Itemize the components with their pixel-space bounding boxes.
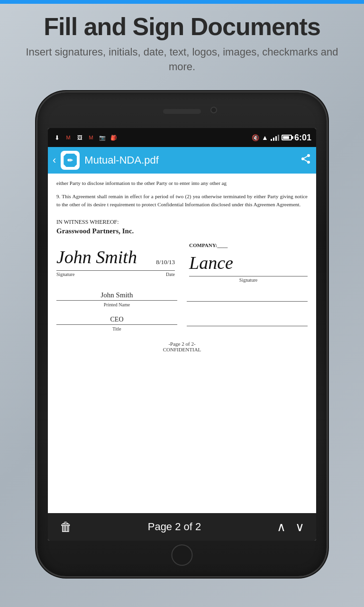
signal-bars xyxy=(271,134,279,141)
battery-icon xyxy=(282,135,292,140)
status-icons-right: 🔇 ▲ 6:01 xyxy=(252,133,311,143)
signature-left: John Smith 8/10/13 Signature Date xyxy=(56,242,175,283)
company-label: COMPANY:____ xyxy=(189,242,308,248)
signature2-image: Lance xyxy=(189,248,308,274)
signature1-date: 8/10/13 xyxy=(156,258,175,268)
phone-camera xyxy=(210,107,217,113)
title-line xyxy=(56,324,177,325)
footer-line2: CONFIDENTIAL xyxy=(56,347,308,352)
top-accent-bar xyxy=(0,0,364,4)
printed-name: John Smith xyxy=(56,291,177,299)
gmail2-icon: M xyxy=(87,133,95,142)
phone-device: ⬇ M 🖼 M 📷 🎒 🔇 ▲ 6:01 xyxy=(37,92,327,576)
toolbar-filename: Mutual-NDA.pdf xyxy=(84,154,295,166)
svg-line-4 xyxy=(304,156,308,158)
mute-icon: 🔇 xyxy=(252,134,259,141)
signature2-label: Signature xyxy=(189,277,308,283)
gmail-icon: M xyxy=(64,133,73,142)
date-label: Date xyxy=(166,272,175,277)
back-button[interactable]: ‹ xyxy=(53,154,56,166)
svg-line-3 xyxy=(304,160,308,162)
phone-screen: ⬇ M 🖼 M 📷 🎒 🔇 ▲ 6:01 xyxy=(48,128,316,541)
signature-section: John Smith 8/10/13 Signature Date COMPAN… xyxy=(56,242,308,283)
footer-line1: -Page 2 of 2- xyxy=(56,341,308,347)
page-info: Page 2 of 2 xyxy=(148,521,201,533)
sig-row: John Smith 8/10/13 xyxy=(56,242,175,268)
doc-paragraph1: either Party to disclose information to … xyxy=(56,179,308,188)
status-bar: ⬇ M 🖼 M 📷 🎒 🔇 ▲ 6:01 xyxy=(48,128,316,147)
page-title: Fill and Sign Documents xyxy=(19,13,345,40)
download-icon: ⬇ xyxy=(53,133,61,142)
signature2-line xyxy=(189,276,308,276)
title-value: CEO xyxy=(56,316,177,323)
signature1-label: Signature xyxy=(56,272,74,277)
camera-icon: 📷 xyxy=(98,133,107,142)
app-icon: ✏ xyxy=(64,154,77,167)
title-label: Title xyxy=(56,326,177,331)
status-icons-left: ⬇ M 🖼 M 📷 🎒 xyxy=(53,133,118,142)
wifi-icon: ▲ xyxy=(262,134,268,141)
image-icon: 🖼 xyxy=(75,133,84,142)
doc-footer: -Page 2 of 2- CONFIDENTIAL xyxy=(56,341,308,352)
doc-paragraph2: 9. This Agreement shall remain in effect… xyxy=(56,193,308,209)
signature1-image: John Smith xyxy=(56,242,137,268)
header-area: Fill and Sign Documents Insert signature… xyxy=(0,9,364,79)
svg-point-1 xyxy=(301,157,304,160)
app-toolbar: ‹ ✏ Mutual-NDA.pdf xyxy=(48,147,316,174)
printed-name-label: Printed Name xyxy=(56,302,177,307)
prev-page-button[interactable]: ∧ xyxy=(277,520,286,534)
signature-right: COMPANY:____ Lance Signature xyxy=(184,242,308,283)
document-content: either Party to disclose information to … xyxy=(48,174,316,513)
bottom-nav: 🗑 Page 2 of 2 ∧ ∨ xyxy=(48,513,316,541)
svg-point-0 xyxy=(307,154,310,157)
next-page-button[interactable]: ∨ xyxy=(295,520,304,534)
printed-name-line xyxy=(56,300,177,301)
witness-header-text: IN WITNESS WHEREOF: xyxy=(56,219,308,226)
phone-speaker xyxy=(163,109,201,114)
trash-button[interactable]: 🗑 xyxy=(60,520,72,534)
svg-point-2 xyxy=(307,161,310,164)
doc-company-name: Grasswood Partners, Inc. xyxy=(56,227,308,235)
page-subtitle: Insert signatures, initials, date, text,… xyxy=(19,45,345,74)
share-button[interactable] xyxy=(300,153,311,167)
bag-icon: 🎒 xyxy=(109,133,118,142)
status-time: 6:01 xyxy=(294,133,311,143)
app-icon-box: ✏ xyxy=(61,151,80,170)
nav-arrows: ∧ ∨ xyxy=(277,520,304,534)
doc-witness-header: IN WITNESS WHEREOF: Grasswood Partners, … xyxy=(56,219,308,235)
phone-home-button[interactable] xyxy=(172,544,193,566)
